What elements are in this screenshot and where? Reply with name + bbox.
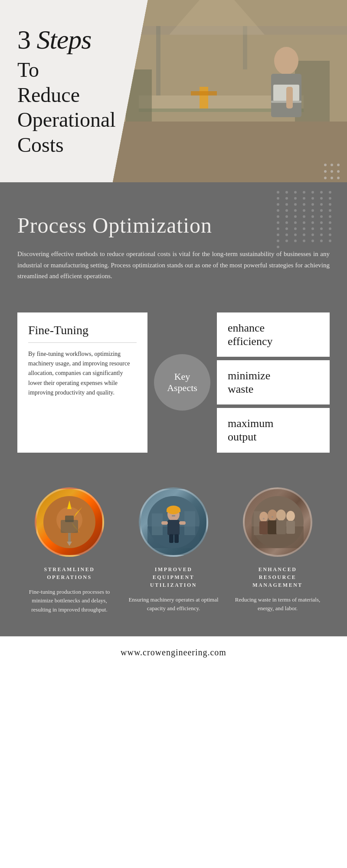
svg-rect-1 [113,122,347,182]
benefits-section: STREAMLINED OPERATIONS Fine-tuning produ… [0,470,347,636]
svg-rect-40 [184,511,195,535]
svg-point-61 [263,518,265,519]
sparks-illustration [43,496,95,548]
decoration-dot [277,191,279,194]
process-description: Discovering effective methods to reduce … [17,249,330,282]
decoration-dot [320,203,323,206]
hero-illustration [113,0,347,182]
decoration-dot [329,215,331,218]
decoration-dot [329,227,331,230]
svg-rect-35 [68,533,71,542]
decoration-dot [277,197,279,200]
svg-point-17 [324,164,327,166]
benefit-card-resource: ENHANCED RESOURCE MANAGEMENT Reducing wa… [230,487,325,615]
svg-point-57 [276,510,286,521]
decoration-dot [277,215,279,218]
worker-illustration [147,496,200,548]
decoration-dot [303,240,305,242]
decoration-dot [303,191,305,194]
svg-point-18 [331,164,333,166]
benefit-card-equipment: IMPROVED EQUIPMENT UTILIZATION Ensuring … [126,487,221,615]
decoration-dot [285,215,288,218]
decoration-dot [277,240,279,242]
aspect-label-waste: minimizewaste [228,369,270,396]
svg-rect-12 [286,87,293,108]
decoration-dot [294,215,297,218]
svg-rect-4 [126,69,152,122]
decoration-dot [320,233,323,236]
decoration-dot [294,191,297,194]
decoration-dot [311,233,314,236]
svg-rect-58 [276,520,286,534]
svg-point-24 [331,177,333,179]
decoration-dot [320,221,323,224]
decoration-dot [320,227,323,230]
decoration-dot [329,240,331,242]
benefit-image-team [243,487,312,557]
benefit-label-equipment: IMPROVED EQUIPMENT UTILIZATION [150,566,197,589]
key-aspects-label-line2: Aspects [167,382,197,394]
decoration-dot [294,233,297,236]
decoration-dot [320,197,323,200]
svg-rect-44 [179,521,186,525]
decoration-dot [311,215,314,218]
benefit-label-resource: ENHANCED RESOURCE MANAGEMENT [252,566,303,589]
svg-point-8 [274,47,298,75]
decoration-dot [329,197,331,200]
svg-point-21 [331,170,333,173]
svg-rect-14 [156,26,160,95]
aspect-item-waste: minimizewaste [217,360,330,404]
decoration-dot [294,227,297,230]
key-aspects-label-line1: Key [174,371,190,382]
svg-rect-49 [172,515,175,516]
aspects-center-panel: Key Aspects [147,312,217,453]
decoration-dot [303,209,305,212]
svg-point-22 [337,170,340,173]
svg-rect-60 [286,521,295,534]
decoration-dot [303,203,305,206]
decoration-dot [277,209,279,212]
decoration-dot [303,227,305,230]
decoration-dot [294,209,297,212]
hero-subtitle: To Reduce Operational Costs [17,57,116,157]
dots-decoration: (function(){ var d = document.querySelec… [277,191,334,248]
benefit-image-worker [139,487,208,557]
decoration-dot [311,227,314,230]
decoration-dot [277,221,279,224]
svg-point-20 [324,170,327,173]
decoration-dot [285,240,288,242]
svg-point-23 [324,177,327,179]
svg-rect-7 [191,91,217,95]
decoration-dot [329,233,331,236]
benefit-desc-streamlined: Fine-tuning production processes to mini… [22,588,117,615]
aspect-label-efficiency: enhanceefficiency [228,321,272,348]
team-illustration [252,496,304,548]
svg-point-59 [286,511,295,521]
decoration-dot [311,197,314,200]
svg-point-53 [259,512,268,522]
footer-url: www.crowengineering.com [121,648,226,657]
decoration-dot [320,240,323,242]
hero-text-block: 3 Steps To Reduce Operational Costs [17,26,116,157]
benefit-desc-equipment: Ensuring machinery operates at optimal c… [126,595,221,614]
benefit-image-sparks [35,487,104,557]
benefit-card-streamlined: STREAMLINED OPERATIONS Fine-tuning produ… [22,487,117,615]
decoration-dot [320,209,323,212]
decoration-dot [285,227,288,230]
hero-image [113,0,347,182]
svg-rect-43 [161,521,168,525]
decoration-dot [285,209,288,212]
decoration-dot [303,215,305,218]
decoration-dot [329,221,331,224]
decoration-dot [277,203,279,206]
svg-rect-6 [200,87,208,108]
decoration-dot [285,191,288,194]
aspects-left-panel: Fine-Tuning By fine-tuning workflows, op… [17,312,147,453]
svg-point-25 [337,177,340,179]
fine-tuning-body: By fine-tuning workflows, optimizing mac… [28,349,137,398]
decoration-dot [303,197,305,200]
svg-rect-56 [268,520,277,534]
svg-rect-45 [169,534,174,543]
decoration-dot [294,240,297,242]
decoration-dot [311,203,314,206]
